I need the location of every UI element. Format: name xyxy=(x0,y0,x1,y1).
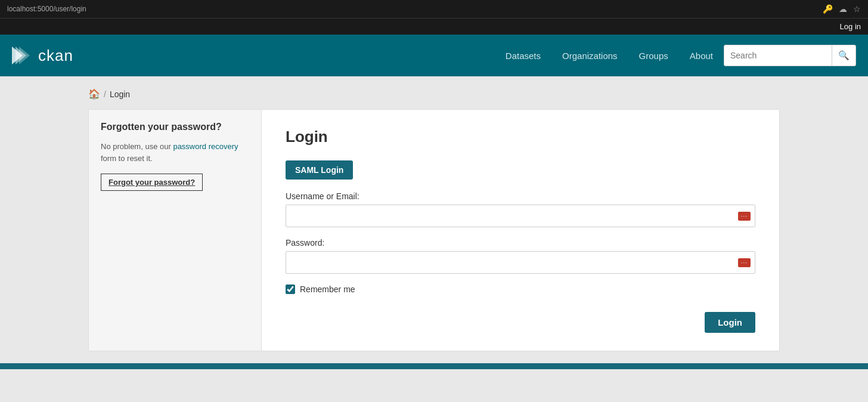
key-icon[interactable]: 🔑 xyxy=(823,4,833,14)
breadcrumb-separator: / xyxy=(104,89,106,99)
cloud-icon[interactable]: ☁ xyxy=(839,4,847,14)
password-input[interactable] xyxy=(286,251,755,274)
saml-login-button[interactable]: SAML Login xyxy=(286,160,353,180)
nav-datasets[interactable]: Datasets xyxy=(495,35,551,76)
nav-about[interactable]: About xyxy=(679,35,724,76)
sidebar-description: No problem, use our password recovery fo… xyxy=(101,141,249,164)
login-submit-button[interactable]: Login xyxy=(705,312,755,333)
logo-text: ckan xyxy=(38,47,73,65)
browser-top-bar: localhost:5000/user/login 🔑 ☁ ☆ xyxy=(0,0,868,18)
footer-bar xyxy=(0,363,868,369)
ckan-logo-icon xyxy=(12,47,33,64)
remember-me-label[interactable]: Remember me xyxy=(300,285,355,294)
browser-icons: 🔑 ☁ ☆ xyxy=(823,4,861,14)
star-icon[interactable]: ☆ xyxy=(853,4,861,14)
remember-me-checkbox[interactable] xyxy=(286,285,295,294)
search-box: 🔍 xyxy=(724,45,856,66)
sidebar-title: Forgotten your password? xyxy=(101,122,249,132)
login-title: Login xyxy=(286,128,755,146)
submit-row: Login xyxy=(286,312,755,333)
secondary-bar: Log in xyxy=(0,18,868,35)
search-button[interactable]: 🔍 xyxy=(832,45,855,66)
log-in-link[interactable]: Log in xyxy=(840,22,861,31)
username-input[interactable] xyxy=(286,205,755,227)
username-input-wrap: ··· xyxy=(286,205,755,227)
main-layout: Forgotten your password? No problem, use… xyxy=(88,109,780,351)
nav-organizations[interactable]: Organizations xyxy=(551,35,628,76)
username-label: Username or Email: xyxy=(286,191,755,201)
breadcrumb-home-icon[interactable]: 🏠 xyxy=(88,88,100,100)
nav-links: Datasets Organizations Groups About 🔍 xyxy=(495,35,856,76)
username-autofill-icon: ··· xyxy=(738,212,751,221)
sidebar: Forgotten your password? No problem, use… xyxy=(89,110,262,351)
nav-groups[interactable]: Groups xyxy=(628,35,679,76)
sidebar-text-part2: form to reset it. xyxy=(101,154,153,163)
remember-row: Remember me xyxy=(286,285,755,294)
svg-marker-2 xyxy=(19,47,30,64)
nav-header: ckan Datasets Organizations Groups About… xyxy=(0,35,868,76)
password-autofill-icon: ··· xyxy=(738,258,751,267)
password-label: Password: xyxy=(286,238,755,248)
forgot-password-button[interactable]: Forgot your password? xyxy=(101,174,203,191)
breadcrumb: 🏠 / Login xyxy=(88,88,780,100)
password-group: Password: ··· xyxy=(286,238,755,274)
page-content: 🏠 / Login Forgotten your password? No pr… xyxy=(76,76,792,363)
sidebar-text-part1: No problem, use our xyxy=(101,142,173,151)
breadcrumb-current: Login xyxy=(110,89,130,99)
sidebar-recovery-link[interactable]: password recovery xyxy=(173,142,238,151)
browser-url: localhost:5000/user/login xyxy=(7,5,86,13)
logo[interactable]: ckan xyxy=(12,47,73,65)
password-input-wrap: ··· xyxy=(286,251,755,274)
username-group: Username or Email: ··· xyxy=(286,191,755,227)
search-input[interactable] xyxy=(724,51,832,60)
login-panel: Login SAML Login Username or Email: ··· … xyxy=(262,110,779,351)
